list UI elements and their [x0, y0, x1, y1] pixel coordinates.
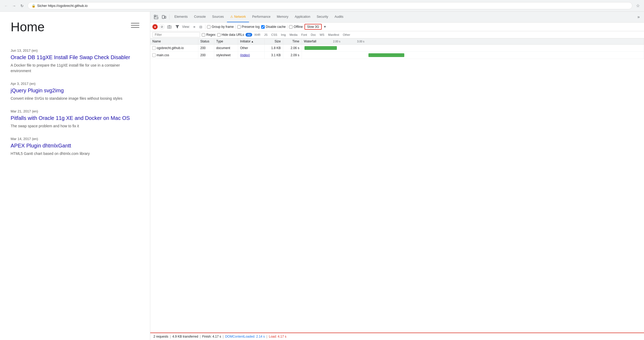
- requests-count: 2 requests: [153, 335, 168, 338]
- col-header-name[interactable]: Name: [150, 38, 198, 45]
- file-name: ogobrecht.github.io: [157, 46, 184, 50]
- throttle-arrow[interactable]: ▼: [323, 25, 327, 29]
- hide-data-urls-option: Hide data URLs: [217, 33, 244, 37]
- file-name: main.css: [157, 53, 169, 57]
- sep1: |: [170, 335, 171, 338]
- preserve-log-label[interactable]: Preserve log: [242, 25, 260, 29]
- regex-label[interactable]: Regex: [206, 33, 216, 37]
- disable-cache-checkbox[interactable]: [261, 25, 265, 29]
- tab-console[interactable]: Console: [191, 12, 209, 22]
- cell-waterfall: [302, 52, 644, 59]
- preserve-log-checkbox[interactable]: [237, 25, 241, 29]
- main-area: Home Jun 13, 2017 (en) Oracle DB 11gXE I…: [0, 12, 644, 340]
- filter-type-ws[interactable]: WS: [318, 33, 326, 37]
- disable-cache-label[interactable]: Disable cache: [266, 25, 286, 29]
- offline-option: Offline: [289, 25, 303, 29]
- network-table-row[interactable]: ogobrecht.github.io 200 document Other 1…: [150, 45, 644, 52]
- back-button[interactable]: ←: [3, 2, 10, 9]
- initiator-link[interactable]: (index): [240, 53, 250, 57]
- filter-button[interactable]: [174, 24, 181, 30]
- tab-performance[interactable]: Performance: [249, 12, 274, 22]
- cell-time: 2.06 s: [283, 45, 302, 52]
- filter-type-all[interactable]: All: [246, 33, 252, 37]
- regex-option: Regex: [202, 33, 216, 37]
- disable-cache-option: Disable cache: [261, 25, 286, 29]
- hide-data-urls-checkbox[interactable]: [217, 33, 221, 37]
- post-title-link[interactable]: Oracle DB 11gXE Install File Swap Check …: [11, 54, 139, 61]
- svg-rect-4: [165, 16, 166, 18]
- filter-type-css[interactable]: CSS: [270, 33, 279, 37]
- tab-sources[interactable]: Sources: [209, 12, 227, 22]
- filter-input[interactable]: [152, 32, 200, 37]
- svg-rect-3: [162, 15, 164, 19]
- tab-security[interactable]: Security: [314, 12, 331, 22]
- list-view-button[interactable]: ≡: [191, 24, 197, 30]
- post-date: Apr 3, 2017 (en): [11, 82, 139, 86]
- filter-type-img[interactable]: Img: [279, 33, 287, 37]
- forward-button[interactable]: →: [11, 2, 18, 9]
- nt-sep1: [205, 25, 205, 29]
- tab-elements[interactable]: Elements: [171, 12, 191, 22]
- camera-button[interactable]: [166, 24, 173, 30]
- waterfall-view-button[interactable]: ⊟: [198, 24, 204, 30]
- devtools-device-button[interactable]: [160, 13, 168, 21]
- hamburger-menu[interactable]: [131, 23, 139, 29]
- post-list: Jun 13, 2017 (en) Oracle DB 11gXE Instal…: [11, 49, 139, 156]
- dom-content-loaded: DOMContentLoaded: 2.14 s: [225, 335, 265, 338]
- bookmark-button[interactable]: ☆: [634, 2, 641, 9]
- svg-rect-0: [154, 15, 156, 16]
- filter-type-buttons: AllXHRJSCSSImgMediaFontDocWSManifestOthe…: [246, 33, 352, 37]
- hide-data-urls-label[interactable]: Hide data URLs: [222, 33, 244, 37]
- post-title-link[interactable]: jQuery Plugin svg2img: [11, 87, 139, 94]
- filter-type-doc[interactable]: Doc: [309, 33, 318, 37]
- offline-label[interactable]: Offline: [294, 25, 303, 29]
- post-item: Jun 13, 2017 (en) Oracle DB 11gXE Instal…: [11, 49, 139, 74]
- network-table-row[interactable]: main.css 200 stylesheet (index) 3.1 KB 2…: [150, 52, 644, 59]
- group-by-frame-option: Group by frame: [207, 25, 234, 29]
- cell-size: 1.8 KB: [264, 45, 283, 52]
- hamburger-line-1: [131, 23, 139, 24]
- devtools-inspect-button[interactable]: [152, 13, 160, 21]
- tab-audits[interactable]: Audits: [331, 12, 346, 22]
- page-content: Home Jun 13, 2017 (en) Oracle DB 11gXE I…: [0, 12, 150, 340]
- offline-checkbox[interactable]: [289, 25, 293, 29]
- cell-type: stylesheet: [214, 52, 238, 59]
- filter-type-media[interactable]: Media: [288, 33, 299, 37]
- col-header-waterfall[interactable]: Waterfall 2.00 s 3.00 s: [302, 38, 644, 45]
- filter-type-xhr[interactable]: XHR: [253, 33, 262, 37]
- address-bar[interactable]: 🔒 Sicher https://ogobrecht.github.io: [28, 2, 632, 9]
- col-header-size[interactable]: Size: [264, 38, 283, 45]
- filter-type-other[interactable]: Other: [341, 33, 352, 37]
- throttle-dropdown[interactable]: Slow 3G: [304, 24, 322, 30]
- browser-chrome: ← → ↻ 🔒 Sicher https://ogobrecht.github.…: [0, 0, 644, 12]
- regex-checkbox[interactable]: [202, 33, 205, 37]
- tab-memory[interactable]: Memory: [274, 12, 291, 22]
- page-title: Home: [11, 20, 45, 34]
- devtools-tabs: ElementsConsoleSources⚠NetworkPerformanc…: [171, 12, 635, 22]
- tab-network[interactable]: ⚠Network: [227, 12, 249, 22]
- post-date: Mar 14, 2017 (en): [11, 137, 139, 141]
- post-title-link[interactable]: Pitfalls with Oracle 11g XE and Docker o…: [11, 114, 139, 122]
- reload-button[interactable]: ↻: [19, 2, 25, 9]
- filter-type-manifest[interactable]: Manifest: [327, 33, 341, 37]
- col-header-status[interactable]: Status: [198, 38, 214, 45]
- cell-status: 200: [198, 45, 214, 52]
- record-button[interactable]: ●: [152, 24, 158, 29]
- filter-type-font[interactable]: Font: [300, 33, 309, 37]
- col-header-type[interactable]: Type: [214, 38, 238, 45]
- tab-application[interactable]: Application: [291, 12, 314, 22]
- col-header-initiator[interactable]: Initiator ▲: [238, 38, 264, 45]
- post-description: A Docker file to prepare the 11gXE insta…: [11, 63, 139, 74]
- filter-type-js[interactable]: JS: [263, 33, 269, 37]
- view-icons: ≡ ⊟: [191, 24, 204, 30]
- network-table-wrapper[interactable]: Name Status Type Initiator ▲ Size Time: [150, 38, 644, 333]
- cell-initiator: Other: [238, 45, 264, 52]
- post-date: Mar 21, 2017 (en): [11, 109, 139, 113]
- clear-button[interactable]: ⊘: [159, 24, 165, 29]
- post-title-link[interactable]: APEX Plugin dhtmlxGantt: [11, 142, 139, 149]
- group-by-frame-checkbox[interactable]: [207, 25, 211, 29]
- col-header-time[interactable]: Time: [283, 38, 302, 45]
- more-tabs-button[interactable]: »: [635, 15, 642, 19]
- toolbar-separator: [169, 14, 170, 20]
- group-by-frame-label[interactable]: Group by frame: [212, 25, 234, 29]
